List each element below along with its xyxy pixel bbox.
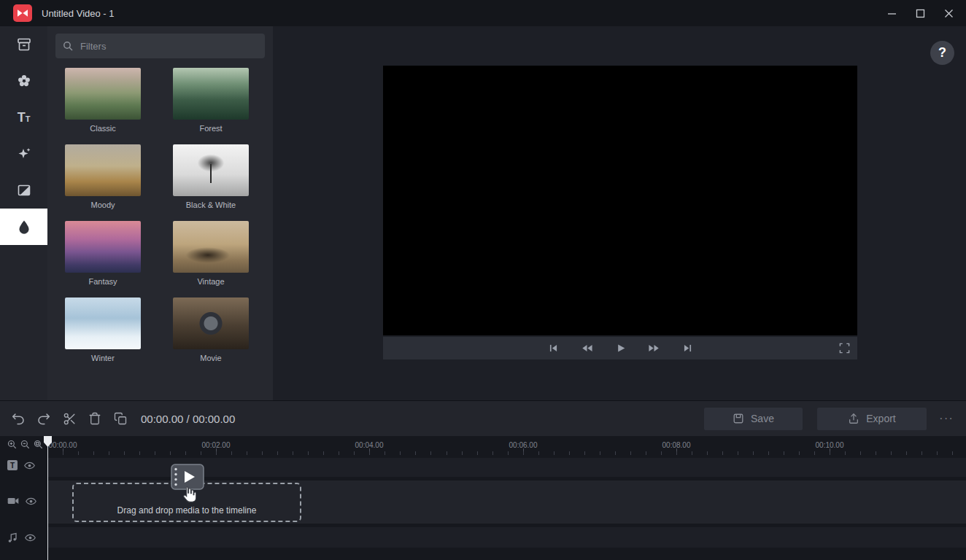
- maximize-button[interactable]: [913, 7, 927, 20]
- video-editor-window: Untitled Video - 1: [0, 0, 966, 560]
- text-track-header: T: [7, 460, 35, 470]
- fullscreen-button[interactable]: [839, 343, 850, 354]
- music-note-icon: [7, 532, 18, 543]
- filter-thumbnail: [65, 298, 141, 349]
- audio-track-visibility-toggle[interactable]: [25, 534, 36, 542]
- filter-thumbnail: [65, 144, 141, 196]
- sidebar-item-text[interactable]: TT: [0, 99, 47, 136]
- filter-grid: Classic Forest Moody Black & White Fanta…: [47, 58, 273, 362]
- video-preview-canvas: [383, 66, 857, 335]
- minimize-button[interactable]: [885, 7, 898, 20]
- filter-label: Black & White: [173, 201, 249, 209]
- skip-to-end-icon: [682, 343, 693, 354]
- filter-tile-classic[interactable]: Classic: [65, 68, 141, 133]
- question-mark-icon: ?: [938, 45, 946, 61]
- ruler-label: 00:06.00: [509, 441, 538, 449]
- filter-tile-movie[interactable]: Movie: [173, 298, 249, 362]
- split-button[interactable]: [61, 410, 78, 427]
- filter-tile-moody[interactable]: Moody: [65, 144, 141, 209]
- filter-thumbnail: [173, 68, 249, 120]
- filter-tile-forest[interactable]: Forest: [173, 68, 249, 133]
- water-drop-icon: [16, 219, 32, 235]
- filter-tile-vintage[interactable]: Vintage: [173, 221, 249, 286]
- export-icon: [848, 413, 859, 424]
- sidebar-item-media[interactable]: [0, 26, 47, 63]
- zoom-in-button[interactable]: [6, 438, 18, 450]
- search-box: [55, 34, 265, 58]
- redo-icon: [36, 411, 51, 426]
- filter-tile-black-white[interactable]: Black & White: [173, 144, 249, 209]
- zoom-in-icon: [7, 440, 17, 449]
- undo-icon: [11, 411, 26, 426]
- text-icon: TT: [18, 111, 31, 124]
- text-track-icon: T: [7, 460, 18, 470]
- zoom-fit-button[interactable]: [32, 438, 44, 450]
- filter-thumbnail: [65, 221, 141, 273]
- timecode-display: 00:00.00 / 00:00.00: [141, 413, 235, 425]
- filter-tile-winter[interactable]: Winter: [65, 298, 141, 362]
- zoom-fit-icon: [34, 440, 43, 449]
- filter-label: Movie: [173, 354, 249, 362]
- video-track-visibility-toggle[interactable]: [26, 497, 36, 505]
- help-button[interactable]: ?: [930, 41, 954, 65]
- more-options-button[interactable]: ···: [937, 411, 956, 426]
- sidebar-item-filters[interactable]: [0, 209, 47, 245]
- filter-thumbnail: [173, 144, 249, 196]
- dropzone-label: Drag and drop media to the timeline: [117, 505, 257, 516]
- duplicate-button[interactable]: [112, 410, 129, 427]
- redo-button[interactable]: [35, 410, 53, 427]
- close-button[interactable]: [942, 7, 955, 20]
- timeline: 00:00.00 00:02.00 00:04.00 00:06.00 00:0…: [0, 436, 966, 560]
- sparkle-icon: [16, 146, 32, 162]
- ellipsis-icon: ···: [939, 411, 954, 425]
- export-button[interactable]: Export: [817, 408, 927, 430]
- zoom-out-button[interactable]: [19, 438, 31, 450]
- ruler-label: 00:02.00: [202, 441, 231, 449]
- fullscreen-icon: [839, 343, 850, 354]
- fast-forward-button[interactable]: [648, 343, 660, 354]
- skip-to-start-button[interactable]: [548, 343, 559, 354]
- toolbar-right: Save Export ···: [704, 408, 966, 430]
- video-track-header: [7, 497, 36, 505]
- timeline-ruler[interactable]: 00:00.00 00:02.00 00:04.00 00:06.00 00:0…: [47, 436, 966, 456]
- filters-search-input[interactable]: [79, 40, 258, 52]
- sidebar-item-transitions[interactable]: [0, 172, 47, 209]
- fast-forward-icon: [648, 343, 660, 354]
- sidebar-item-effects[interactable]: [0, 136, 47, 172]
- trash-icon: [88, 412, 101, 425]
- app-logo-icon: [13, 4, 32, 22]
- filter-tile-fantasy[interactable]: Fantasy: [65, 221, 141, 286]
- sidebar-item-elements[interactable]: [0, 63, 47, 99]
- window-controls: [885, 7, 966, 20]
- filter-thumbnail: [173, 298, 249, 349]
- filter-thumbnail: [65, 68, 141, 120]
- zoom-out-icon: [20, 440, 30, 449]
- filter-thumbnail: [173, 221, 249, 273]
- toolbar-icons: [0, 410, 129, 427]
- text-track-visibility-toggle[interactable]: [24, 462, 35, 470]
- ruler-label: 00:10.00: [816, 441, 844, 449]
- save-button[interactable]: Save: [704, 408, 803, 430]
- play-button[interactable]: [615, 343, 626, 354]
- elements-flower-icon: [16, 73, 32, 89]
- filter-label: Moody: [65, 201, 141, 209]
- delete-button[interactable]: [86, 410, 104, 427]
- filter-label: Fantasy: [65, 277, 141, 286]
- eye-icon: [25, 534, 36, 542]
- save-icon: [733, 413, 744, 424]
- duplicate-icon: [114, 412, 127, 425]
- preview-area: ?: [273, 26, 966, 400]
- sidebar: TT: [0, 26, 47, 400]
- ruler-label: 00:00.00: [49, 441, 77, 449]
- save-label: Save: [751, 413, 774, 424]
- video-camera-icon: [7, 497, 19, 505]
- rewind-icon: [581, 343, 593, 354]
- skip-to-end-button[interactable]: [682, 343, 693, 354]
- title-bar: Untitled Video - 1: [0, 0, 966, 26]
- rewind-button[interactable]: [581, 343, 593, 354]
- audio-track: [47, 527, 966, 548]
- media-library-icon: [16, 36, 32, 52]
- undo-button[interactable]: [9, 410, 27, 427]
- filter-label: Forest: [173, 124, 249, 133]
- transition-icon: [16, 182, 32, 198]
